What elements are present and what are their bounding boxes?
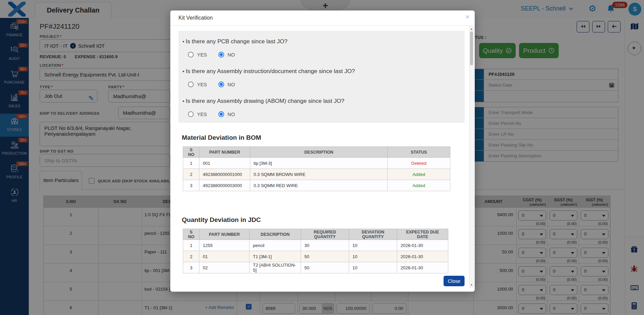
modal-title: Kit Verification: [178, 15, 213, 21]
bom-sno: 2: [183, 169, 199, 180]
yes-label: YES: [197, 52, 207, 58]
question-pcb: Is there any PCB change since last JO?: [183, 38, 287, 45]
bom-header-row: S NO PART NUMBER DESCRIPTION STATUS: [183, 147, 450, 158]
bom-status: Added: [388, 180, 450, 191]
no-label: NO: [228, 82, 235, 87]
bom-table: S NO PART NUMBER DESCRIPTION STATUS 1 00…: [183, 147, 450, 191]
jdc-required: 50: [301, 262, 349, 273]
question-panel: Is there any PCB change since last JO? Y…: [178, 31, 465, 123]
bom-row: 1 001 tip [3M-3] Deleted: [183, 158, 450, 169]
bom-col-sno: S NO: [183, 147, 199, 158]
jdc-part: 1255: [199, 240, 250, 251]
bom-part: 4923880000003000: [199, 180, 250, 191]
jdc-required: 30: [301, 240, 349, 251]
modal-scrollbar[interactable]: ▲ ▼: [469, 26, 474, 288]
bom-sno: 1: [183, 158, 199, 169]
jdc-sno: 3: [183, 262, 199, 273]
question-assembly-drawing: Is there any Assembly drawing (ABOM) cha…: [183, 98, 344, 105]
bom-sno: 3: [183, 180, 199, 191]
jdc-part: 01: [199, 251, 250, 262]
jdc-row: 3 02 T2 [ABHI SOLUTION-5] 50 10 2026-01-…: [183, 262, 448, 273]
bom-section-title: Material Deviation in BOM: [182, 134, 261, 141]
jdc-col-desc: DESCRIPTION: [250, 229, 301, 240]
jdc-required: 50: [301, 251, 349, 262]
jdc-row: 1 1255 pencil 30 10 2026-01-30: [183, 240, 448, 251]
bom-col-part: PART NUMBER: [199, 147, 250, 158]
jdc-desc: pencil: [250, 240, 301, 251]
jdc-part: 02: [199, 262, 250, 273]
radio-yes[interactable]: [188, 52, 194, 58]
modal-header: Kit Verification ×: [170, 10, 475, 26]
jdc-sno: 1: [183, 240, 199, 251]
jdc-table: S NO PART NUMBER DESCRIPTION REQUIRED QU…: [183, 229, 448, 273]
jdc-col-deviation: DEVIATION QUANTITY: [349, 229, 397, 240]
kit-verification-modal: Kit Verification × ▲ ▼ Is there any PCB …: [170, 10, 475, 292]
jdc-col-sno: S NO: [183, 229, 199, 240]
bom-status: Deleted: [388, 158, 450, 169]
question-assembly-instruction: Is there any Assembly instruction/docume…: [183, 68, 355, 75]
jdc-desc: T1 [3M-1]: [250, 251, 301, 262]
yes-label: YES: [197, 82, 207, 87]
jdc-desc: T2 [ABHI SOLUTION-5]: [250, 262, 301, 273]
jdc-deviation: 10: [349, 262, 397, 273]
app-screen: Delivery Challan + SEEPL - Schnell ⚙ 156…: [0, 0, 644, 315]
radio-yes[interactable]: [188, 82, 194, 87]
bom-part: 4923880000001000: [199, 169, 250, 180]
bom-col-status: STATUS: [388, 147, 450, 158]
bom-col-desc: DESCRIPTION: [250, 147, 388, 158]
close-icon[interactable]: ×: [466, 13, 469, 21]
bom-desc: tip [3M-3]: [250, 158, 388, 169]
scroll-down-icon[interactable]: ▼: [470, 284, 473, 287]
bom-part: 001: [199, 158, 250, 169]
jdc-due-date: 2026-01-30: [397, 251, 448, 262]
radio-no[interactable]: [218, 111, 224, 117]
jdc-row: 2 01 T1 [3M-1] 50 10 2026-01-30: [183, 251, 448, 262]
radio-no[interactable]: [218, 82, 224, 87]
bom-row: 3 4923880000003000 0.3 SQMM RED WIRE Add…: [183, 180, 450, 191]
close-button[interactable]: Close: [444, 276, 465, 286]
jdc-sno: 2: [183, 251, 199, 262]
jdc-section-title: Quantity Deviation in JDC: [182, 216, 261, 224]
question-assembly-drawing-answers: YES NO: [188, 111, 235, 117]
bom-row: 2 4923880000001000 0.3 SQMM BROWN WIRE A…: [183, 169, 450, 180]
yes-label: YES: [197, 112, 207, 117]
question-pcb-answers: YES NO: [188, 52, 235, 58]
scrollbar-thumb[interactable]: [470, 31, 473, 65]
scroll-up-icon[interactable]: ▲: [470, 27, 473, 30]
jdc-header-row: S NO PART NUMBER DESCRIPTION REQUIRED QU…: [183, 229, 448, 240]
jdc-col-part: PART NUMBER: [199, 229, 250, 240]
jdc-due-date: 2026-01-30: [397, 262, 448, 273]
jdc-col-required: REQUIRED QUANTITY: [301, 229, 349, 240]
jdc-deviation: 10: [349, 240, 397, 251]
bom-desc: 0.3 SQMM RED WIRE: [250, 180, 388, 191]
radio-yes[interactable]: [188, 111, 194, 117]
jdc-due-date: 2026-01-30: [397, 240, 448, 251]
bom-status: Added: [388, 169, 450, 180]
no-label: NO: [228, 112, 235, 117]
no-label: NO: [228, 52, 235, 58]
question-assembly-instruction-answers: YES NO: [188, 82, 235, 87]
jdc-deviation: 10: [349, 251, 397, 262]
bom-desc: 0.3 SQMM BROWN WIRE: [250, 169, 388, 180]
radio-no[interactable]: [218, 52, 224, 58]
jdc-col-due-date: EXPECTED DUE DATE: [397, 229, 448, 240]
